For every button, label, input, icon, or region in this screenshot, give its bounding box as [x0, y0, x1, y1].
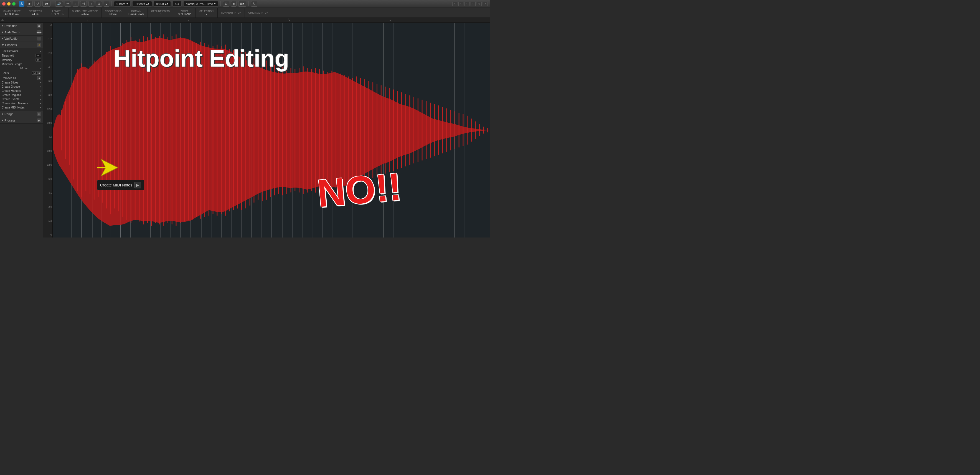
db-label-8: -oo	[43, 136, 52, 139]
threshold-row[interactable]: Threshold 0.	[2, 53, 41, 58]
zoom-value: 309.8292	[178, 13, 191, 16]
global-transpose-value: Follow	[80, 13, 89, 16]
create-groove-row[interactable]: Create Groove	[2, 84, 41, 89]
svg-rect-130	[418, 98, 418, 162]
create-regions-row[interactable]: Create Regions	[2, 93, 41, 97]
beats-row[interactable]: Beats All ◀	[2, 70, 41, 75]
minimize-button[interactable]	[7, 2, 11, 6]
min-length-value-row[interactable]: 20 ms -	[2, 66, 41, 70]
svg-rect-134	[434, 104, 435, 156]
create-slices-row[interactable]: Create Slices	[2, 80, 41, 84]
edit-hitpoints-row[interactable]: Edit Hitpoints	[2, 49, 41, 53]
hitpoints-icon[interactable]: ⚡	[37, 43, 41, 47]
win-btn-2[interactable]: ▪	[458, 2, 463, 6]
speaker-button[interactable]: 🔊	[55, 1, 63, 6]
magnify-button[interactable]: ⌕	[73, 1, 78, 6]
svg-rect-128	[409, 95, 410, 165]
intensity-value: 0.	[35, 58, 41, 62]
time-sig-display[interactable]: 4/4	[172, 1, 181, 6]
svg-rect-72	[180, 37, 181, 223]
audiowarp-header[interactable]: AudioWarp ▶▶▶	[0, 29, 43, 35]
create-markers-row[interactable]: Create Markers	[2, 89, 41, 93]
hitpoints-label: Hitpoints	[5, 43, 17, 46]
infobar: Sample Rate 48.000 kHz Bit Depth 24 bit …	[0, 8, 490, 18]
definition-section: Definition ◀▶	[0, 23, 43, 29]
svg-rect-103	[307, 68, 308, 193]
metronome-button[interactable]: ♩	[104, 1, 109, 6]
length-section: Length 3. 3. 2. 35	[46, 8, 68, 18]
range-icon[interactable]: | |	[37, 112, 41, 116]
svg-rect-43	[61, 110, 62, 150]
loop-button[interactable]: ↺	[34, 1, 41, 6]
svg-rect-114	[352, 78, 353, 183]
tooltip-play-button[interactable]: ▶	[135, 182, 141, 188]
offline-edits-value: 0	[160, 13, 161, 16]
create-events-label: Create Events	[2, 98, 40, 101]
win-btn-4[interactable]: ▪	[471, 2, 476, 6]
settings-button[interactable]: ⚙	[477, 2, 482, 6]
hitpoints-header[interactable]: Hitpoints ⚡	[0, 42, 43, 48]
snap-button[interactable]: ⊞	[95, 1, 102, 6]
range-header[interactable]: Range | |	[0, 111, 43, 117]
create-events-row[interactable]: Create Events	[2, 97, 41, 101]
svg-rect-136	[442, 107, 443, 153]
create-regions-arrow	[40, 94, 41, 96]
fullscreen-button[interactable]: ↻	[251, 1, 257, 6]
pencil-button[interactable]: ✏	[65, 1, 71, 6]
bars-display[interactable]: 6 Bars ▾	[114, 1, 130, 6]
create-warp-markers-row[interactable]: Create Warp Markers	[2, 101, 41, 105]
play-button[interactable]: ▶	[27, 1, 33, 6]
svg-rect-70	[172, 36, 172, 225]
min-length-dash: -	[40, 67, 41, 70]
svg-rect-145	[479, 124, 480, 136]
svg-rect-109	[331, 71, 332, 190]
svg-rect-144	[475, 121, 476, 139]
definition-icon[interactable]: ◀▶	[37, 24, 41, 28]
svg-rect-137	[446, 108, 447, 152]
remove-all-row[interactable]: Remove All ◀	[2, 75, 41, 80]
variaudio-icon[interactable]: ⌇	[37, 37, 41, 40]
svg-rect-133	[430, 103, 431, 158]
elastique-display[interactable]: élastique Pro - Time ▾	[183, 1, 218, 6]
snap-grid-button[interactable]: ⊡	[223, 1, 229, 6]
db-label-9: -18.0	[43, 150, 52, 152]
intensity-label: Intensity	[2, 59, 35, 62]
win-btn-1[interactable]: ▪	[452, 2, 457, 6]
db-label-7: -18.0	[43, 122, 52, 124]
svg-rect-81	[216, 45, 217, 215]
svg-rect-85	[233, 50, 234, 210]
waveform-area[interactable]: Hitpoint Editing NO!! Create MIDI Notes …	[52, 23, 490, 238]
variaudio-header[interactable]: VariAudio ⌇	[0, 35, 43, 41]
remove-all-btn[interactable]: ◀	[37, 76, 41, 80]
record-mode-button[interactable]: ⊕▾	[43, 1, 51, 6]
window-controls: ▪ ▪ ▪ ▪ ⚙ ⤢	[452, 2, 488, 6]
svg-rect-138	[450, 110, 451, 150]
win-btn-3[interactable]: ▪	[465, 2, 469, 6]
process-header[interactable]: Process ▶	[0, 117, 43, 123]
arrow-button[interactable]: ↕	[89, 1, 94, 6]
expand-button[interactable]: ⤢	[483, 2, 488, 6]
svg-rect-115	[356, 77, 357, 184]
intensity-row[interactable]: Intensity 0.	[2, 58, 41, 62]
grid-type-button[interactable]: ⊞▾	[238, 1, 246, 6]
maximize-button[interactable]	[12, 2, 16, 6]
svg-rect-63	[143, 36, 144, 225]
close-button[interactable]	[2, 2, 6, 6]
create-midi-notes-row[interactable]: Create MIDI Notes	[2, 105, 41, 110]
beats-btn[interactable]: ◀	[37, 71, 41, 75]
beats-display[interactable]: 0 Beats ▴▾	[132, 1, 152, 6]
split-button[interactable]: ⊣	[80, 1, 87, 6]
range-expand-icon	[2, 113, 3, 115]
svg-rect-76	[196, 43, 197, 217]
app-icon: S	[19, 1, 24, 6]
db-label-2: -2.5	[43, 52, 52, 55]
process-icon[interactable]: ▶	[37, 118, 41, 122]
global-transpose-section: Global Transpose Follow	[68, 8, 102, 18]
svg-rect-46	[73, 81, 74, 180]
offline-edits-section: Offline Edits 0	[148, 8, 173, 18]
definition-header[interactable]: Definition ◀▶	[0, 23, 43, 29]
processing-value: None	[110, 13, 117, 16]
audiowarp-icon[interactable]: ▶▶▶	[37, 30, 41, 34]
quantize-button[interactable]: ≡	[231, 1, 237, 6]
tempo-display[interactable]: 98.00 ▴▾	[154, 1, 171, 6]
